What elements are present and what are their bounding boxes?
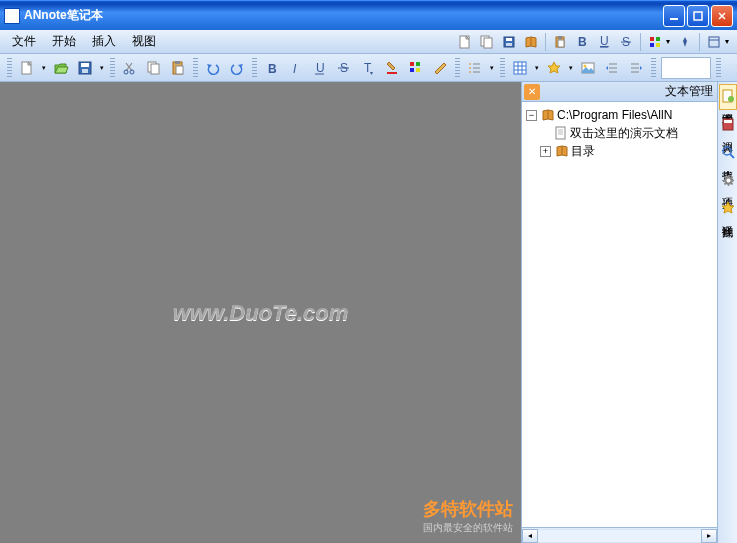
menu-insert[interactable]: 插入: [84, 31, 124, 52]
svg-rect-19: [650, 43, 654, 47]
toolbar-combo[interactable]: [661, 57, 711, 79]
toolbar-grip[interactable]: [455, 58, 460, 78]
vertical-tab-strip: 文本管理 词典 查找 选项 找翻译: [717, 82, 737, 543]
undo-button[interactable]: [202, 57, 224, 79]
tree-root-row[interactable]: − C:\Program Files\AllN: [524, 106, 715, 124]
underline-button[interactable]: U: [309, 57, 331, 79]
svg-rect-0: [670, 18, 678, 20]
svg-rect-10: [558, 36, 562, 39]
new-button[interactable]: [16, 57, 38, 79]
indent-left-button[interactable]: [601, 57, 623, 79]
maximize-button[interactable]: [687, 5, 709, 27]
scroll-right-icon[interactable]: ▸: [701, 529, 717, 543]
side-scrollbar[interactable]: ◂ ▸: [522, 527, 717, 543]
toolbar-grip[interactable]: [252, 58, 257, 78]
separator: [640, 33, 641, 51]
dropdown-arrow-icon[interactable]: ▾: [97, 57, 107, 79]
svg-rect-20: [656, 43, 660, 47]
font-color-button[interactable]: [381, 57, 403, 79]
save-button[interactable]: [74, 57, 96, 79]
toolbar-grip[interactable]: [716, 58, 721, 78]
cut-button[interactable]: [119, 57, 141, 79]
title-bar: ANnote笔记本: [0, 0, 737, 30]
underline-icon[interactable]: U: [595, 33, 613, 51]
scroll-left-icon[interactable]: ◂: [522, 529, 538, 543]
document-icon: [554, 126, 568, 140]
tree-demo-label: 双击这里的演示文档: [570, 125, 678, 142]
search-icon: [721, 145, 735, 159]
image-button[interactable]: [577, 57, 599, 79]
menu-view[interactable]: 视图: [124, 31, 164, 52]
paste-icon[interactable]: [551, 33, 569, 51]
italic-button[interactable]: I: [285, 57, 307, 79]
tree-folder-row[interactable]: + 目录: [524, 142, 715, 160]
save-icon[interactable]: [500, 33, 518, 51]
svg-rect-4: [484, 38, 492, 48]
star-icon: [721, 201, 735, 215]
scroll-track[interactable]: [538, 529, 701, 543]
svg-rect-30: [151, 64, 159, 74]
toolbar-grip[interactable]: [193, 58, 198, 78]
book-icon[interactable]: [522, 33, 540, 51]
gear-icon: [721, 173, 735, 187]
bold-button[interactable]: B: [261, 57, 283, 79]
svg-point-72: [728, 96, 734, 102]
brush-button[interactable]: [429, 57, 451, 79]
dropdown-arrow-icon[interactable]: ▾: [532, 57, 542, 79]
paste-button[interactable]: [167, 57, 189, 79]
dropdown-arrow-icon[interactable]: ▾: [39, 57, 49, 79]
expand-icon[interactable]: +: [540, 146, 551, 157]
text-button[interactable]: T: [357, 57, 379, 79]
strike-icon[interactable]: S: [617, 33, 635, 51]
document-icon: [721, 89, 735, 103]
menu-bar: 文件 开始 插入 视图 B U S ▾ ▾: [0, 30, 737, 54]
vtab-search[interactable]: 查找: [719, 140, 737, 166]
copy-icon[interactable]: [478, 33, 496, 51]
collapse-icon[interactable]: −: [526, 110, 537, 121]
table-button[interactable]: [509, 57, 531, 79]
svg-point-47: [469, 67, 471, 69]
vtab-text-manage[interactable]: 文本管理: [719, 84, 737, 110]
toolbar-grip[interactable]: [651, 58, 656, 78]
book-icon: [541, 108, 555, 122]
dropdown-arrow-icon[interactable]: ▾: [487, 57, 497, 79]
toolbar-grip[interactable]: [110, 58, 115, 78]
toolbar-grip[interactable]: [500, 58, 505, 78]
dropdown-arrow-icon[interactable]: ▾: [725, 37, 733, 46]
svg-text:U: U: [600, 35, 609, 48]
dictionary-icon: [721, 117, 735, 131]
menu-file[interactable]: 文件: [4, 31, 44, 52]
bold-icon[interactable]: B: [573, 33, 591, 51]
color-icon[interactable]: [646, 33, 664, 51]
new-doc-icon[interactable]: [456, 33, 474, 51]
svg-rect-43: [416, 62, 420, 66]
minimize-button[interactable]: [663, 5, 685, 27]
svg-rect-18: [656, 37, 660, 41]
side-panel-close-button[interactable]: ✕: [524, 84, 540, 100]
svg-rect-74: [724, 120, 732, 123]
dropdown-arrow-icon[interactable]: ▾: [566, 57, 576, 79]
tree-demo-row[interactable]: 双击这里的演示文档: [524, 124, 715, 142]
dropdown-arrow-icon[interactable]: ▾: [666, 37, 674, 46]
close-button[interactable]: [711, 5, 733, 27]
strikethrough-button[interactable]: S: [333, 57, 355, 79]
menu-start[interactable]: 开始: [44, 31, 84, 52]
tree-view[interactable]: − C:\Program Files\AllN 双击这里的演示文档 + 目录: [522, 102, 717, 527]
workspace: www.DuoTe.com 多特软件站 国内最安全的软件站: [0, 82, 521, 543]
vtab-dictionary[interactable]: 词典: [719, 112, 737, 138]
open-button[interactable]: [50, 57, 72, 79]
redo-button[interactable]: [226, 57, 248, 79]
pin-icon[interactable]: [676, 33, 694, 51]
toolbar-grip[interactable]: [7, 58, 12, 78]
copy-button[interactable]: [143, 57, 165, 79]
vtab-translate[interactable]: 找翻译: [719, 196, 737, 222]
window-icon[interactable]: [705, 33, 723, 51]
svg-rect-33: [176, 66, 183, 74]
highlight-button[interactable]: [405, 57, 427, 79]
vtab-options[interactable]: 选项: [719, 168, 737, 194]
favorite-button[interactable]: [543, 57, 565, 79]
side-panel-title: 文本管理: [540, 83, 717, 100]
svg-rect-41: [387, 72, 397, 74]
indent-right-button[interactable]: [625, 57, 647, 79]
list-button[interactable]: [464, 57, 486, 79]
